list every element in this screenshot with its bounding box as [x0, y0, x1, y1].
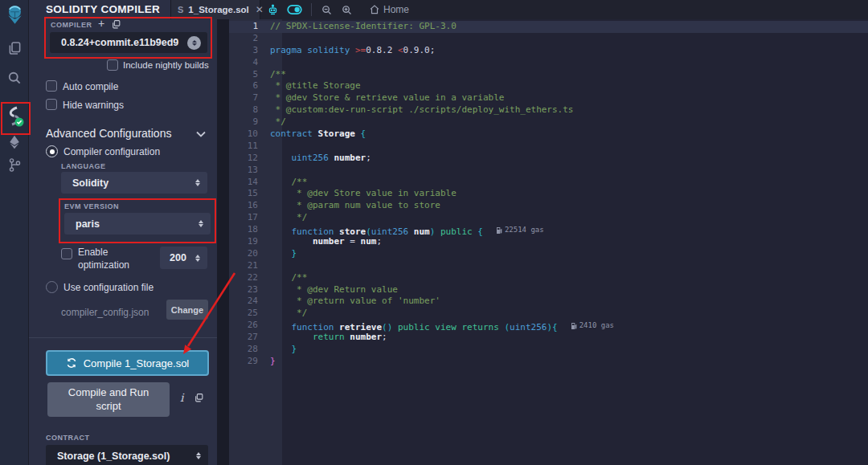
editor-topbar: Home [229, 0, 868, 19]
code-line[interactable]: 25 */ [229, 308, 868, 320]
language-value: Solidity [61, 177, 195, 189]
code-line[interactable]: 21 [229, 260, 868, 272]
evm-version-label: EVM VERSION [64, 202, 119, 210]
code-line[interactable]: 10contract Storage { [229, 128, 868, 141]
code-line[interactable]: 9 */ [229, 116, 868, 128]
toggle-on-icon[interactable] [283, 0, 306, 19]
code-editor[interactable]: 1// SPDX-License-Identifier: GPL-3.023pr… [229, 19, 868, 465]
code-line[interactable]: 4 [229, 57, 868, 69]
compiler-version-select[interactable]: 0.8.24+commit.e11b9ed9 [50, 32, 207, 53]
compiler-section-label: COMPILER [51, 21, 92, 29]
compile-button[interactable]: Compile 1_Storage.sol [46, 350, 209, 376]
deploy-run-icon[interactable] [0, 134, 29, 150]
code-line[interactable]: 16 * @param num value to store [229, 200, 868, 212]
config-file-name[interactable]: compiler_config.json [61, 307, 149, 318]
line-number: 24 [229, 296, 270, 308]
select-stepper-icon [195, 255, 200, 262]
home-icon [369, 4, 380, 15]
line-number: 8 [229, 104, 270, 116]
remix-logo-icon[interactable] [0, 4, 29, 26]
code-line[interactable]: 24 * @return value of 'number' [229, 296, 868, 308]
language-select[interactable]: Solidity [61, 172, 207, 194]
code-line[interactable]: 12 uint256 number; [229, 153, 868, 165]
language-label: LANGUAGE [61, 162, 106, 170]
code-line[interactable]: 2 [229, 33, 868, 45]
line-number: 20 [229, 248, 270, 260]
panel-resize-handle[interactable] [217, 0, 229, 465]
code-line[interactable]: 17 */ [229, 212, 868, 224]
code-line[interactable]: 20 } [229, 248, 868, 260]
line-number: 27 [229, 332, 270, 344]
contract-select[interactable]: Storage (1_Storage.sol) [46, 445, 208, 465]
code-line[interactable]: 22 /** [229, 272, 868, 284]
zoom-out-icon[interactable] [317, 0, 337, 19]
code-line[interactable]: 6 * @title Storage [229, 80, 868, 92]
code-line[interactable]: 8 * @custom:dev-run-script ./scripts/dep… [229, 104, 868, 116]
use-configuration-file-radio[interactable] [46, 281, 58, 293]
hide-warnings-label: Hide warnings [63, 100, 124, 111]
hide-warnings-checkbox[interactable] [46, 99, 57, 110]
home-tab[interactable]: Home [365, 0, 413, 19]
select-stepper-icon [196, 452, 201, 459]
home-tab-label: Home [383, 4, 409, 15]
advanced-configurations-heading[interactable]: Advanced Configurations [46, 127, 171, 140]
code-line[interactable]: 18 function store(uint256 num) public {2… [229, 224, 868, 236]
copy-icon[interactable] [194, 393, 204, 403]
enable-optimization-checkbox[interactable] [61, 248, 72, 259]
tab-1-storage-sol[interactable]: S 1_Storage.sol ✕ [170, 0, 260, 19]
search-icon[interactable] [0, 70, 29, 86]
code-line[interactable]: 27 return number; [229, 332, 868, 344]
line-number: 6 [229, 80, 270, 92]
evm-version-value: paris [64, 218, 199, 230]
compile-and-run-button[interactable]: Compile and Run script [47, 382, 170, 417]
add-compiler-icon[interactable]: + [98, 17, 104, 30]
solidity-file-icon: S [178, 5, 183, 14]
line-number: 5 [229, 69, 270, 81]
code-line[interactable]: 26 function retrieve() public view retur… [229, 320, 868, 332]
line-number: 3 [229, 45, 270, 57]
change-config-button[interactable]: Change [166, 300, 208, 320]
code-line[interactable]: 1// SPDX-License-Identifier: GPL-3.0 [229, 21, 868, 33]
evm-version-select[interactable]: paris [64, 213, 211, 235]
code-line[interactable]: 29} [229, 356, 868, 368]
fuel-pump-icon [571, 322, 577, 330]
code-line[interactable]: 5/** [229, 69, 868, 81]
line-number: 21 [229, 260, 270, 272]
code-line[interactable]: 14 /** [229, 177, 868, 189]
line-number: 4 [229, 57, 270, 69]
optimization-runs-input[interactable]: 200 [160, 247, 207, 269]
code-line[interactable]: 23 * @dev Return value [229, 284, 868, 296]
code-line[interactable]: 13 [229, 165, 868, 177]
code-line[interactable]: 28 } [229, 344, 868, 356]
activity-bar [0, 0, 29, 465]
remix-ide-window: SOLIDITY COMPILER COMPILER + 0.8.24+comm… [0, 0, 868, 465]
file-explorer-icon[interactable] [0, 40, 29, 57]
line-number: 11 [229, 141, 270, 153]
nightly-builds-label: Include nightly builds [123, 60, 209, 70]
zoom-in-icon[interactable] [337, 0, 357, 19]
nightly-builds-checkbox[interactable] [107, 59, 118, 71]
line-number: 16 [229, 200, 270, 212]
compile-and-run-label: Compile and Run script [57, 386, 160, 413]
compiler-configuration-radio[interactable] [46, 145, 58, 157]
code-line[interactable]: 3pragma solidity >=0.8.2 <0.9.0; [229, 45, 868, 57]
line-number: 1 [229, 21, 270, 33]
code-line[interactable]: 19 number = num; [229, 236, 868, 248]
chevron-down-icon[interactable] [196, 131, 206, 137]
line-number: 7 [229, 92, 270, 104]
ai-assistant-icon[interactable] [263, 0, 283, 19]
copy-compiler-icon[interactable] [111, 19, 121, 30]
compiler-version-value: 0.8.24+commit.e11b9ed9 [50, 37, 187, 48]
fuel-pump-icon [496, 226, 502, 235]
code-line[interactable]: 15 * @dev Store value in variable [229, 188, 868, 200]
refresh-icon [66, 357, 77, 369]
code-line[interactable]: 7 * @dev Store & retrieve value in a var… [229, 92, 868, 104]
auto-compile-checkbox[interactable] [46, 80, 57, 92]
solidity-compiler-icon[interactable] [0, 106, 29, 127]
git-branch-icon[interactable] [0, 157, 29, 173]
info-icon[interactable]: i [180, 391, 183, 404]
tab-close-icon[interactable]: ✕ [256, 4, 264, 15]
line-number: 9 [229, 116, 270, 128]
code-line[interactable]: 11 [229, 141, 868, 153]
topbar-separator [311, 3, 312, 16]
